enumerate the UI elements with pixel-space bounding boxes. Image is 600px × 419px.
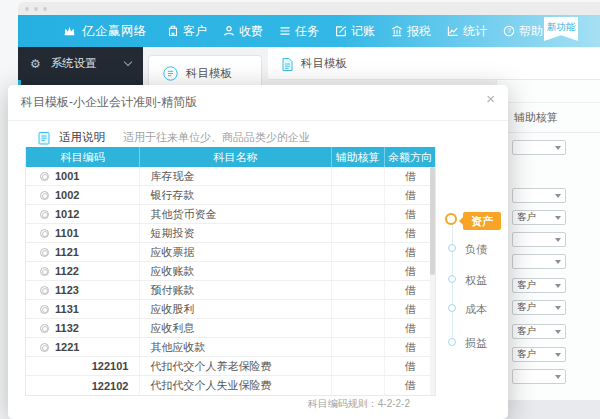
sidebar-item-system-settings[interactable]: ⚙ 系统设置 — [18, 47, 143, 80]
nav-item-4[interactable]: 记账 — [335, 23, 375, 40]
subject-name-cell: 其他应收款 — [140, 338, 331, 356]
caret-down-icon — [555, 194, 561, 198]
nav-item-label: 报税 — [407, 23, 431, 40]
aux-accounting-cell — [332, 205, 386, 223]
table-row[interactable]: 1101短期投资借 — [26, 224, 435, 243]
aux-dropdown[interactable]: 客户 — [512, 210, 566, 225]
subject-circle-icon — [40, 172, 49, 181]
nav-item-3[interactable]: 任务 — [279, 23, 319, 40]
submenu-item-subject-template[interactable]: 科目模板 — [149, 56, 261, 81]
table-row[interactable]: 1221其他应收款借 — [26, 338, 435, 357]
table-row[interactable]: 1122应收账款借 — [26, 262, 435, 281]
nav-item-1[interactable]: 客户 — [167, 23, 207, 40]
subject-table: 科目编码科目名称辅助核算余额方向 1001库存现金借1002银行存款借1012其… — [25, 147, 436, 396]
subject-code: 122102 — [92, 380, 129, 392]
customer-icon — [167, 25, 179, 37]
balance-direction-cell: 借 — [385, 205, 435, 223]
stepper-active-circle[interactable] — [445, 213, 457, 225]
table-row[interactable]: 1131应收股利借 — [26, 300, 435, 319]
nav-menu: 客户收费任务记账报税统计?帮助 — [167, 23, 543, 40]
table-row[interactable]: 122101代扣代交个人养老保险费借 — [26, 357, 435, 376]
aux-dropdown-value: 客户 — [517, 211, 536, 224]
stepper-circle[interactable] — [448, 275, 456, 283]
window-dot[interactable] — [25, 7, 29, 11]
nav-item-2[interactable]: 收费 — [223, 23, 263, 40]
window-dot[interactable] — [43, 7, 47, 11]
nav-item-7[interactable]: ?帮助 — [503, 23, 543, 40]
subject-code: 1123 — [55, 284, 79, 296]
stepper-circle[interactable] — [448, 244, 456, 252]
content-header: 科目模板 — [268, 48, 600, 80]
caret-down-icon — [555, 353, 561, 357]
subject-name-cell: 预付账款 — [140, 281, 331, 299]
divider — [497, 132, 600, 133]
table-scrollbar[interactable] — [430, 167, 435, 395]
subject-template-modal: 科目模板-小企业会计准则-精简版 × 适用说明 适用于往来单位少、商品品类少的企… — [8, 85, 508, 419]
nav-item-label: 帮助 — [519, 23, 543, 40]
stepper-label[interactable]: 权益 — [465, 273, 487, 288]
aux-dropdown[interactable]: 客户 — [512, 347, 566, 362]
caret-down-icon — [555, 260, 561, 264]
aux-dropdown[interactable] — [512, 232, 566, 247]
aux-dropdown[interactable] — [512, 140, 566, 155]
balance-direction-cell: 借 — [385, 319, 435, 337]
balance-direction-cell: 借 — [385, 300, 435, 318]
table-row[interactable]: 1121应收票据借 — [26, 243, 435, 262]
table-row[interactable]: 122102代扣代交个人失业保险费借 — [26, 376, 435, 395]
document-icon — [282, 57, 293, 70]
subject-circle-icon — [40, 248, 49, 257]
stats-icon — [447, 25, 459, 37]
new-feature-badge[interactable]: 新功能 — [544, 17, 578, 41]
stepper-label[interactable]: 负债 — [465, 242, 487, 257]
stepper-label[interactable]: 成本 — [465, 302, 487, 317]
table-row[interactable]: 1002银行存款借 — [26, 186, 435, 205]
aux-dropdown[interactable]: 客户 — [512, 324, 566, 339]
aux-dropdown[interactable]: 客户 — [512, 278, 566, 293]
subject-code-cell: 1221 — [26, 338, 140, 356]
aux-dropdown-value: 客户 — [517, 325, 536, 338]
brand[interactable]: 亿企赢网络 — [63, 23, 147, 40]
balance-direction-cell: 借 — [385, 376, 435, 395]
content-header-title: 科目模板 — [301, 56, 347, 71]
subject-name-cell: 应收股利 — [140, 300, 331, 318]
subject-name-cell: 代扣代交个人养老保险费 — [140, 357, 331, 375]
nav-item-label: 收费 — [239, 23, 263, 40]
top-navbar: 亿企赢网络 客户收费任务记账报税统计?帮助 新功能 — [18, 15, 600, 47]
caret-down-icon — [555, 238, 561, 242]
aux-dropdown[interactable] — [512, 254, 566, 269]
subject-name-cell: 代扣代交个人失业保险费 — [140, 376, 331, 395]
usage-note-label: 适用说明 — [59, 130, 105, 145]
category-stepper: 资产负债权益成本损益 — [436, 205, 508, 385]
subject-code-cell: 1012 — [26, 205, 140, 223]
stepper-label[interactable]: 损益 — [465, 336, 487, 351]
subject-code-cell: 1101 — [26, 224, 140, 242]
table-row[interactable]: 1012其他货币资金借 — [26, 205, 435, 224]
aux-dropdown[interactable] — [512, 369, 566, 384]
close-icon[interactable]: × — [486, 91, 495, 106]
caret-down-icon — [555, 146, 561, 150]
table-row[interactable]: 1123预付账款借 — [26, 281, 435, 300]
nav-item-label: 统计 — [463, 23, 487, 40]
submenu-item-label: 科目模板 — [186, 66, 232, 81]
window-dot[interactable] — [34, 7, 38, 11]
table-row[interactable]: 1001库存现金借 — [26, 167, 435, 186]
stepper-label[interactable]: 资产 — [463, 212, 501, 230]
stepper-circle[interactable] — [448, 338, 456, 346]
nav-item-5[interactable]: 报税 — [391, 23, 431, 40]
aux-dropdown[interactable] — [512, 188, 566, 203]
stepper-circle[interactable] — [448, 304, 456, 312]
table-row[interactable]: 1132应收利息借 — [26, 319, 435, 338]
subject-code-cell: 1121 — [26, 243, 140, 261]
aux-accounting-cell — [332, 338, 386, 356]
nav-item-6[interactable]: 统计 — [447, 23, 487, 40]
caret-down-icon — [555, 375, 561, 379]
subject-code-cell: 1001 — [26, 167, 140, 185]
aux-dropdown[interactable]: 客户 — [512, 300, 566, 315]
aux-dropdown-value: 客户 — [517, 301, 536, 314]
aux-accounting-cell — [332, 376, 386, 395]
caret-down-icon — [555, 284, 561, 288]
subject-code: 1001 — [55, 170, 79, 182]
caret-down-icon — [555, 330, 561, 334]
balance-direction-cell: 借 — [385, 357, 435, 375]
scrollbar-thumb[interactable] — [430, 167, 435, 275]
